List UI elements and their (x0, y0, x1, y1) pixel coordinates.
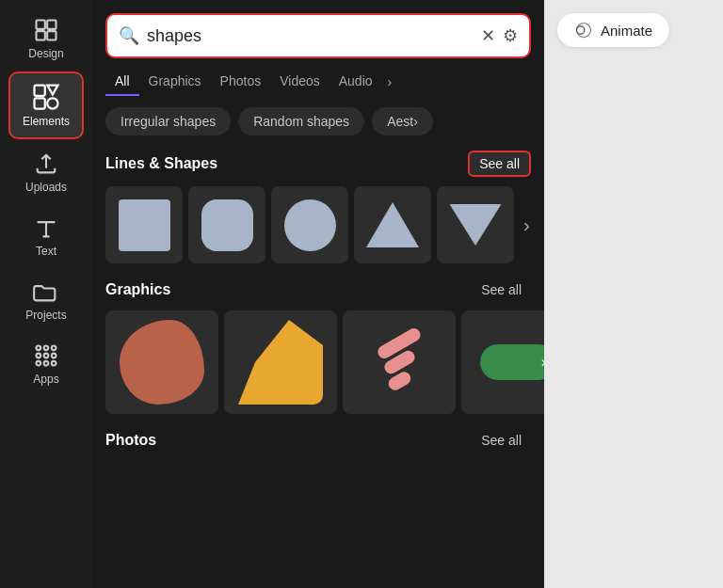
section-title-shapes: Lines & Shapes (105, 155, 217, 172)
section-header-photos: Photos See all (105, 429, 531, 452)
apps-icon (33, 342, 59, 369)
graphic-pill: › (480, 344, 544, 380)
graphic-blob3 (362, 325, 437, 400)
svg-point-18 (577, 26, 585, 34)
shapes-grid: › (105, 186, 531, 263)
section-graphics: Graphics See all (105, 278, 531, 414)
sidebar: Design Elements Uploads Text Projects (0, 0, 92, 588)
chip-irregular[interactable]: Irregular shapes (105, 107, 231, 135)
elements-icon (32, 83, 60, 111)
main-panel: 🔍 ✕ ⚙ All Graphics Photos Videos Audio ›… (92, 0, 544, 588)
tab-videos[interactable]: Videos (270, 68, 329, 96)
section-lines-shapes: Lines & Shapes See all › (105, 151, 531, 263)
tab-audio[interactable]: Audio (329, 68, 382, 96)
svg-rect-0 (37, 21, 45, 29)
svg-point-6 (47, 98, 57, 108)
animate-button[interactable]: Animate (557, 13, 669, 47)
graphic-item-1[interactable] (105, 310, 218, 414)
svg-marker-5 (47, 86, 57, 95)
svg-rect-4 (35, 86, 45, 96)
shape-triangle (366, 202, 419, 247)
graphic-blob2 (238, 320, 323, 405)
clear-icon[interactable]: ✕ (481, 25, 495, 46)
see-all-shapes-button[interactable]: See all (468, 151, 531, 177)
shape-square-item[interactable] (105, 186, 183, 263)
shape-triangle-item[interactable] (354, 186, 431, 263)
svg-point-17 (577, 24, 591, 38)
content-area: Irregular shapes Random shapes Aest› Lin… (92, 96, 544, 588)
sidebar-item-projects[interactable]: Projects (8, 269, 84, 331)
sidebar-item-design[interactable]: Design (8, 8, 84, 70)
tab-all[interactable]: All (105, 68, 139, 96)
layout-icon (33, 17, 59, 43)
svg-rect-7 (35, 98, 45, 108)
search-area: 🔍 ✕ ⚙ (92, 0, 544, 58)
sidebar-item-text[interactable]: Text (8, 205, 84, 267)
see-all-graphics-button[interactable]: See all (472, 278, 531, 301)
sidebar-item-apps[interactable]: Apps (8, 333, 84, 395)
filter-icon[interactable]: ⚙ (503, 25, 518, 46)
section-header-shapes: Lines & Shapes See all (105, 151, 531, 177)
shape-circle-item[interactable] (271, 186, 348, 263)
section-photos: Photos See all (105, 429, 531, 452)
right-panel: Animate (544, 0, 723, 588)
tab-more-icon[interactable]: › (382, 69, 398, 95)
sidebar-item-uploads[interactable]: Uploads (8, 141, 84, 203)
svg-point-15 (44, 361, 49, 366)
svg-rect-3 (47, 31, 56, 40)
section-title-graphics: Graphics (105, 281, 170, 298)
svg-point-12 (44, 354, 49, 358)
shapes-next-icon[interactable]: › (520, 215, 534, 236)
graphic-item-3[interactable] (343, 310, 456, 414)
chip-aest[interactable]: Aest› (372, 107, 433, 135)
chip-random[interactable]: Random shapes (238, 107, 364, 135)
shape-chevron-item[interactable] (437, 186, 514, 263)
graphic-item-2[interactable] (224, 310, 337, 414)
search-box: 🔍 ✕ ⚙ (105, 13, 531, 58)
shape-circle (284, 199, 336, 251)
see-all-photos-button[interactable]: See all (472, 429, 531, 452)
sidebar-item-elements[interactable]: Elements (8, 72, 84, 139)
svg-point-13 (52, 354, 56, 358)
svg-point-14 (37, 361, 41, 366)
animate-icon (574, 21, 593, 40)
svg-point-8 (37, 346, 41, 351)
tab-photos[interactable]: Photos (211, 68, 271, 96)
shape-chevron (450, 204, 502, 246)
folder-icon (33, 278, 59, 305)
section-title-photos: Photos (105, 432, 156, 449)
graphic-blob1 (120, 320, 204, 405)
tab-graphics[interactable]: Graphics (139, 68, 211, 96)
search-input[interactable] (147, 26, 474, 46)
search-icon: 🔍 (119, 25, 139, 46)
svg-point-16 (52, 361, 56, 366)
svg-rect-1 (47, 21, 56, 29)
filter-chips: Irregular shapes Random shapes Aest› (105, 107, 531, 135)
svg-point-9 (44, 346, 49, 351)
section-header-graphics: Graphics See all (105, 278, 531, 301)
tabs-bar: All Graphics Photos Videos Audio › (92, 58, 544, 96)
shape-rounded-item[interactable] (188, 186, 265, 263)
svg-rect-2 (37, 31, 45, 40)
svg-point-11 (37, 354, 41, 358)
upload-icon (33, 151, 59, 177)
shape-rounded (201, 199, 253, 251)
svg-point-10 (52, 346, 56, 351)
text-icon (33, 215, 59, 241)
shape-square (119, 199, 170, 251)
graphic-item-4[interactable]: › (461, 310, 544, 414)
graphics-grid: › › (105, 310, 531, 414)
